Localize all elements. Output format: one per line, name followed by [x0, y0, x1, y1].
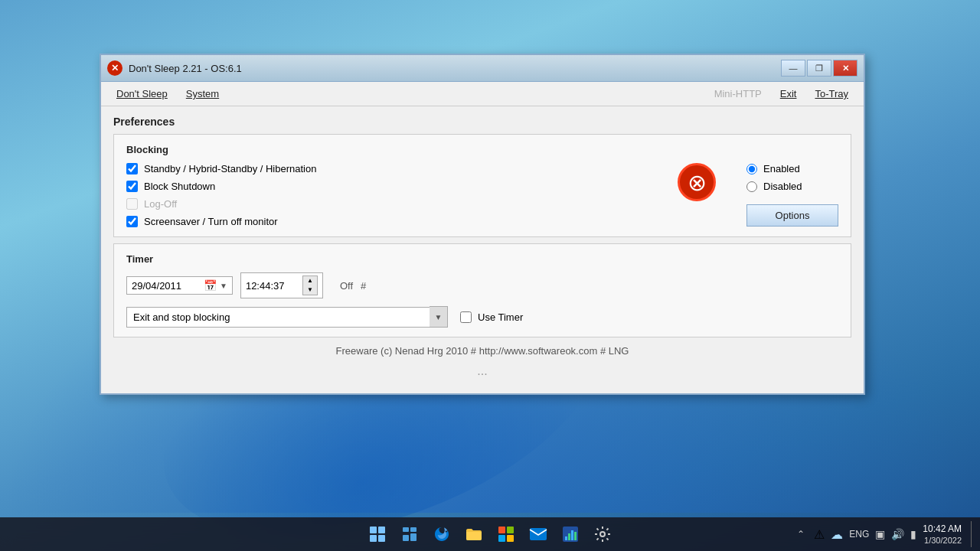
- taskbar-warning-icon[interactable]: ⚠: [814, 527, 825, 542]
- time-up-button[interactable]: ▲: [303, 276, 317, 285]
- taskbar-battery-icon[interactable]: ▮: [910, 528, 916, 540]
- time-value: 12:44:37: [246, 280, 299, 292]
- menu-dont-sleep[interactable]: Don't Sleep: [107, 85, 177, 103]
- taskbar-monitor-icon[interactable]: ▣: [875, 528, 885, 540]
- footer-text: Freeware (c) Nenad Hrg 2010 # http://www…: [336, 345, 629, 357]
- checkbox-row-logoff: Log-Off: [126, 198, 647, 210]
- blocking-section: Blocking Standby / Hybrid-Standby / Hibe…: [113, 134, 851, 237]
- dropdown-container: Exit and stop blocking Standby Hibernate…: [126, 306, 448, 328]
- show-desktop-button[interactable]: [971, 521, 974, 547]
- dots-line: ...: [113, 364, 851, 384]
- clock-area[interactable]: 10:42 AM 1/30/2022: [923, 523, 962, 546]
- checkbox-logoff-label: Log-Off: [144, 198, 177, 210]
- title-bar-buttons: — ❐ ✕: [781, 60, 858, 77]
- start-button[interactable]: [363, 520, 392, 549]
- time-down-button[interactable]: ▼: [303, 285, 317, 295]
- radio-row-enabled: Enabled: [746, 163, 838, 174]
- show-hidden-icons-button[interactable]: ⌃: [794, 526, 808, 543]
- svg-rect-6: [403, 535, 409, 541]
- time-spinner: ▲ ▼: [302, 276, 318, 295]
- menu-exit[interactable]: Exit: [771, 85, 806, 103]
- taskbar: ⌃ ⚠ ☁ ENG ▣ 🔊 ▮ 10:42 AM 1/30/2022: [0, 517, 980, 551]
- checkboxes-area: Standby / Hybrid-Standby / Hibernation B…: [126, 163, 647, 227]
- checkbox-screensaver-label: Screensaver / Turn off monitor: [144, 216, 278, 227]
- preferences-header: Preferences: [113, 116, 851, 128]
- svg-rect-17: [574, 532, 577, 540]
- svg-rect-7: [410, 533, 416, 541]
- timer-header: Timer: [126, 253, 838, 265]
- taskbar-right: ⌃ ⚠ ☁ ENG ▣ 🔊 ▮ 10:42 AM 1/30/2022: [794, 521, 974, 547]
- taskbar-edge-icon[interactable]: [427, 520, 456, 549]
- app-icon: ✕: [107, 60, 122, 76]
- taskbar-volume-icon[interactable]: 🔊: [891, 528, 904, 540]
- use-timer-checkbox[interactable]: [460, 311, 472, 323]
- svg-rect-16: [571, 530, 573, 540]
- window-title: Don't Sleep 2.21 - OS:6.1: [129, 63, 242, 74]
- menu-bar: Don't Sleep System Mini-HTTP Exit To-Tra…: [101, 82, 864, 106]
- app-window: ✕ Don't Sleep 2.21 - OS:6.1 — ❐ ✕ Don't …: [100, 54, 865, 395]
- clock-time: 10:42 AM: [923, 523, 962, 536]
- date-value: 29/04/2011: [132, 280, 201, 292]
- footer: Freeware (c) Nenad Hrg 2010 # http://www…: [113, 337, 851, 364]
- checkbox-logoff: [126, 198, 138, 210]
- date-dropdown-arrow[interactable]: ▼: [220, 282, 227, 290]
- time-input-wrapper: 12:44:37 ▲ ▼: [240, 272, 323, 298]
- checkbox-block-shutdown-label: Block Shutdown: [144, 181, 215, 192]
- minimize-button[interactable]: —: [781, 60, 805, 77]
- taskbar-folder-icon[interactable]: [459, 520, 488, 549]
- hash-label: #: [361, 280, 366, 292]
- off-label: Off: [340, 280, 353, 292]
- options-button[interactable]: Options: [746, 204, 838, 227]
- taskbar-settings-icon[interactable]: [588, 520, 617, 549]
- radio-options: Enabled Disabled Options: [746, 163, 838, 227]
- svg-rect-11: [507, 535, 514, 542]
- svg-rect-9: [507, 527, 514, 533]
- action-dropdown[interactable]: Exit and stop blocking Standby Hibernate…: [126, 307, 430, 328]
- taskbar-taskmanager-icon[interactable]: [556, 520, 585, 549]
- checkbox-row-screensaver: Screensaver / Turn off monitor: [126, 216, 647, 227]
- timer-section: Timer 29/04/2011 📅 ▼ 12:44:37 ▲ ▼ O: [113, 243, 851, 337]
- svg-point-18: [600, 532, 605, 536]
- taskbar-center: [363, 520, 617, 549]
- svg-rect-4: [403, 527, 409, 532]
- title-bar: ✕ Don't Sleep 2.21 - OS:6.1 — ❐ ✕: [101, 55, 864, 82]
- calendar-icon[interactable]: 📅: [204, 279, 217, 292]
- no-sleep-icon: [678, 163, 716, 201]
- radio-row-disabled: Disabled: [746, 181, 838, 192]
- radio-disabled-label: Disabled: [763, 181, 802, 192]
- dropdown-arrow-icon[interactable]: ▼: [430, 306, 448, 328]
- svg-rect-12: [530, 528, 547, 540]
- taskbar-cloud-icon[interactable]: ☁: [831, 527, 843, 542]
- content-area: Preferences Blocking Standby / Hybrid-St…: [101, 106, 864, 393]
- menu-to-tray[interactable]: To-Tray: [805, 85, 858, 103]
- menu-system[interactable]: System: [177, 85, 228, 103]
- checkbox-screensaver[interactable]: [126, 216, 138, 227]
- checkbox-row-standby: Standby / Hybrid-Standby / Hibernation: [126, 163, 647, 174]
- restore-button[interactable]: ❐: [807, 60, 831, 77]
- svg-rect-8: [498, 527, 505, 533]
- svg-rect-10: [498, 535, 505, 542]
- checkbox-row-block-shutdown: Block Shutdown: [126, 181, 647, 192]
- svg-rect-3: [378, 535, 385, 542]
- checkbox-standby[interactable]: [126, 163, 138, 174]
- menu-mini-http: Mini-HTTP: [705, 85, 771, 103]
- svg-rect-5: [410, 527, 416, 532]
- checkbox-block-shutdown[interactable]: [126, 181, 138, 192]
- radio-enabled-label: Enabled: [763, 163, 800, 174]
- checkbox-standby-label: Standby / Hybrid-Standby / Hibernation: [144, 163, 316, 174]
- blocking-header: Blocking: [126, 144, 838, 155]
- taskbar-mail-icon[interactable]: [524, 520, 553, 549]
- svg-rect-15: [568, 533, 570, 540]
- date-input-wrapper: 29/04/2011 📅 ▼: [126, 276, 233, 295]
- svg-rect-14: [565, 536, 567, 540]
- taskbar-store-icon[interactable]: [492, 520, 521, 549]
- clock-date: 1/30/2022: [923, 536, 962, 546]
- radio-disabled[interactable]: [746, 181, 757, 192]
- use-timer-row: Use Timer: [460, 311, 523, 323]
- taskbar-lang[interactable]: ENG: [849, 529, 869, 540]
- svg-rect-1: [378, 527, 385, 533]
- radio-enabled[interactable]: [746, 164, 757, 174]
- close-button[interactable]: ✕: [833, 60, 858, 77]
- taskbar-widgets-icon[interactable]: [395, 520, 424, 549]
- use-timer-label: Use Timer: [478, 311, 523, 323]
